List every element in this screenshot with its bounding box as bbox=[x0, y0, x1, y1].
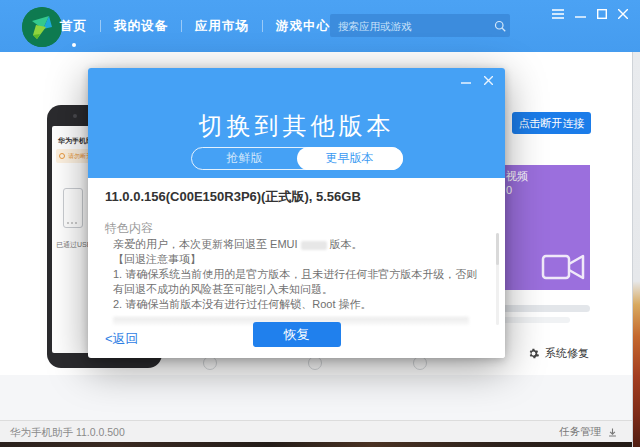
desktop-taskbar-strip bbox=[0, 442, 640, 447]
switch-version-dialog: 切换到其他版本 抢鲜版 更早版本 11.0.0.156(C00E150R3P6)… bbox=[88, 68, 505, 358]
minimize-icon[interactable] bbox=[575, 9, 586, 19]
nav-game-center-label: 游戏中心 bbox=[276, 19, 330, 33]
note-line-3: 1. 请确保系统当前使用的是官方版本，且未进行任何非官方版本升级，否则有回退不成… bbox=[113, 267, 479, 297]
desktop-wallpaper-sliver bbox=[632, 52, 640, 447]
task-manager-button[interactable]: 任务管理 bbox=[559, 425, 618, 439]
warning-circle-icon bbox=[59, 153, 65, 159]
nav-game-center[interactable]: 游戏中心 bbox=[266, 18, 340, 35]
note-line-2: 【回退注意事项】 bbox=[113, 252, 479, 267]
video-card-title: 视频 bbox=[506, 169, 528, 184]
phone-outline-icon bbox=[63, 188, 83, 228]
feature-circle-icon[interactable] bbox=[308, 356, 322, 370]
search-icon[interactable] bbox=[490, 20, 510, 32]
window-controls bbox=[552, 9, 628, 19]
tab-earlier-versions[interactable]: 更早版本 bbox=[297, 147, 403, 170]
app-title-bar: 首页 我的设备 应用市场 游戏中心 更多服务 bbox=[0, 0, 640, 52]
scrollbar-thumb[interactable] bbox=[496, 233, 499, 265]
hisuite-window: 华为手机助手 请勿断开连接 已通过USB连接 点击断开连接 视频 0 bbox=[0, 0, 640, 447]
download-icon bbox=[607, 427, 618, 438]
nav-separator bbox=[100, 20, 101, 32]
restore-button[interactable]: 恢复 bbox=[253, 322, 341, 347]
phone-speaker-dot bbox=[73, 114, 77, 118]
dialog-minimize-icon[interactable] bbox=[461, 76, 471, 85]
dialog-scrollbar[interactable] bbox=[496, 233, 499, 325]
system-repair-button[interactable]: 系统修复 bbox=[527, 346, 589, 361]
feature-section-label: 特色内容 bbox=[105, 220, 153, 237]
dialog-body: 11.0.0.156(C00E150R3P6)(正式版), 5.56GB 特色内… bbox=[88, 178, 505, 358]
dialog-title: 切换到其他版本 bbox=[88, 110, 505, 142]
app-version-text: 华为手机助手 11.0.0.500 bbox=[10, 426, 125, 440]
status-bar: 华为手机助手 11.0.0.500 任务管理 bbox=[0, 420, 632, 442]
note-line-4: 2. 请确保当前版本没有进行过任何解锁、Root 操作。 bbox=[113, 297, 479, 312]
feature-circle-icon[interactable] bbox=[203, 356, 217, 370]
menu-icon[interactable] bbox=[552, 9, 564, 19]
nav-my-devices[interactable]: 我的设备 bbox=[104, 18, 178, 35]
release-notes: 亲爱的用户，本次更新将回退至 EMUI版本。 【回退注意事项】 1. 请确保系统… bbox=[113, 237, 479, 326]
close-icon[interactable] bbox=[618, 9, 628, 19]
disconnect-button[interactable]: 点击断开连接 bbox=[512, 112, 591, 134]
feature-circle-icon[interactable] bbox=[413, 356, 427, 370]
video-camera-icon bbox=[540, 242, 586, 284]
dialog-close-icon[interactable] bbox=[484, 76, 493, 85]
page-lower-margin bbox=[0, 375, 632, 420]
gear-icon bbox=[527, 347, 540, 360]
active-tab-dot bbox=[72, 43, 76, 47]
nav-home[interactable]: 首页 bbox=[50, 18, 97, 35]
nav-app-market-label: 应用市场 bbox=[195, 19, 249, 33]
nav-app-market[interactable]: 应用市场 bbox=[185, 18, 259, 35]
maximize-icon[interactable] bbox=[597, 9, 607, 19]
back-link[interactable]: <返回 bbox=[105, 330, 139, 348]
dialog-header: 切换到其他版本 抢鲜版 更早版本 bbox=[88, 68, 505, 178]
nav-home-label: 首页 bbox=[60, 19, 87, 33]
redacted-emui-version bbox=[301, 241, 327, 250]
version-tabs: 抢鲜版 更早版本 bbox=[191, 147, 403, 170]
search-input[interactable] bbox=[330, 20, 490, 32]
search-box bbox=[330, 14, 510, 37]
nav-my-devices-label: 我的设备 bbox=[114, 19, 168, 33]
tab-early-access[interactable]: 抢鲜版 bbox=[192, 148, 298, 169]
note-line-1: 亲爱的用户，本次更新将回退至 EMUI版本。 bbox=[113, 237, 479, 252]
nav-separator bbox=[262, 20, 263, 32]
rom-version-line: 11.0.0.156(C00E150R3P6)(正式版), 5.56GB bbox=[105, 188, 361, 206]
nav-separator bbox=[181, 20, 182, 32]
system-repair-label: 系统修复 bbox=[545, 346, 589, 361]
task-manager-label: 任务管理 bbox=[559, 425, 601, 439]
video-card-count: 0 bbox=[506, 184, 512, 196]
dialog-window-controls bbox=[461, 76, 493, 85]
